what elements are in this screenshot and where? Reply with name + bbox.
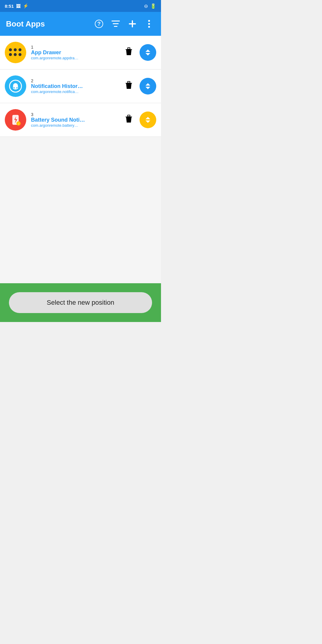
app-icon-2 — [5, 75, 26, 97]
reorder-arrows-2 — [145, 83, 151, 90]
app-info-3: 3 Battery Sound Noti… com.argonremote.ba… — [31, 112, 118, 128]
app-icon-3: ♪ — [5, 109, 26, 131]
reorder-arrows-3 — [145, 116, 151, 123]
status-dnd-icon: ⊖ — [144, 3, 148, 9]
reorder-button-3[interactable] — [140, 112, 156, 128]
svg-rect-11 — [128, 48, 130, 49]
svg-marker-28 — [145, 117, 150, 119]
delete-button-2[interactable] — [123, 79, 135, 94]
status-left: 8:51 🖼 ⚡ — [5, 3, 29, 9]
delete-button-3[interactable] — [123, 112, 135, 127]
app-drawer-icon — [9, 48, 22, 57]
status-bar: 8:51 🖼 ⚡ ⊖ 🔋 — [0, 0, 161, 12]
app-info-2: 2 Notification Histor… com.argonremote.n… — [31, 78, 118, 94]
status-time: 8:51 — [5, 4, 14, 9]
app-package-3: com.argonremote.battery… — [31, 123, 118, 128]
list-item: 2 Notification Histor… com.argonremote.n… — [0, 69, 161, 103]
svg-text:♪: ♪ — [18, 122, 19, 125]
delete-button-1[interactable] — [123, 45, 135, 60]
app-package-2: com.argonremote.notifica… — [31, 89, 118, 94]
svg-rect-18 — [128, 81, 130, 83]
reorder-button-2[interactable] — [140, 78, 156, 95]
svg-rect-6 — [129, 23, 136, 24]
app-list: 1 App Drawer com.argonremote.appdra… — [0, 36, 161, 137]
svg-marker-12 — [145, 49, 150, 52]
svg-rect-2 — [112, 21, 120, 21]
svg-rect-4 — [114, 26, 117, 27]
bottom-area: Select the new position — [0, 283, 161, 322]
app-bar: Boot Apps ? — [0, 12, 161, 36]
app-package-1: com.argonremote.appdra… — [31, 56, 118, 60]
filter-button[interactable] — [110, 18, 122, 30]
select-position-button[interactable]: Select the new position — [9, 292, 152, 313]
svg-marker-20 — [145, 87, 150, 89]
status-right: ⊖ 🔋 — [144, 3, 156, 9]
app-name-2: Notification Histor… — [31, 83, 118, 89]
app-name-3: Battery Sound Noti… — [31, 117, 118, 123]
app-bar-title: Boot Apps — [6, 19, 88, 29]
help-button[interactable]: ? — [93, 18, 105, 30]
reorder-arrows-1 — [145, 49, 151, 56]
list-item: 1 App Drawer com.argonremote.appdra… — [0, 36, 161, 69]
more-button[interactable] — [143, 18, 155, 30]
svg-marker-19 — [145, 83, 150, 86]
list-item: ♪ 3 Battery Sound Noti… com.argonremote.… — [0, 103, 161, 137]
svg-marker-13 — [145, 53, 150, 55]
svg-point-8 — [148, 23, 150, 25]
app-position-2: 2 — [31, 78, 118, 83]
svg-rect-3 — [113, 23, 119, 24]
app-position-1: 1 — [31, 45, 118, 49]
svg-point-7 — [148, 20, 150, 22]
svg-text:?: ? — [97, 21, 101, 27]
add-button[interactable] — [126, 18, 138, 30]
app-position-3: 3 — [31, 112, 118, 117]
app-name-1: App Drawer — [31, 49, 118, 56]
status-photo-icon: 🖼 — [16, 4, 21, 9]
svg-point-16 — [15, 88, 16, 89]
svg-rect-27 — [128, 115, 130, 117]
svg-point-9 — [148, 26, 150, 28]
svg-marker-29 — [145, 120, 150, 123]
reorder-button-1[interactable] — [140, 44, 156, 61]
status-charging-icon: ⚡ — [23, 3, 29, 9]
app-icon-1 — [5, 42, 26, 63]
app-info-1: 1 App Drawer com.argonremote.appdra… — [31, 45, 118, 60]
status-battery-icon: 🔋 — [150, 3, 156, 9]
